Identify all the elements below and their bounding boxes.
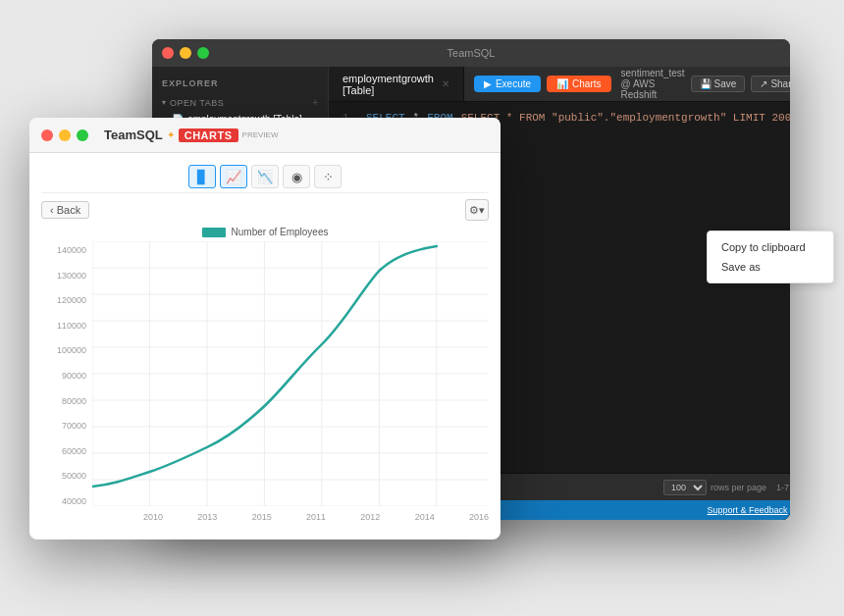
x-label-1: 2013 [197, 512, 217, 522]
charts-minimize-button[interactable] [59, 129, 71, 141]
close-button[interactable] [162, 47, 174, 59]
save-button[interactable]: 💾 Save [691, 76, 746, 92]
bar-chart-icon: ▊ [197, 170, 207, 184]
chart-svg [92, 241, 489, 506]
save-icon: 💾 [700, 78, 712, 89]
status-bar-links: Support & Feedback Account & Billing [707, 505, 790, 515]
main-titlebar: TeamSQL [152, 39, 790, 67]
tab-close-icon[interactable]: ✕ [442, 78, 449, 89]
area-chart-icon: 📉 [257, 170, 273, 184]
sidebar-section-open-tabs: ▾ OPEN TABS + [152, 94, 328, 111]
logo-star-icon: ✦ [167, 129, 175, 140]
x-label-6: 2016 [469, 512, 489, 522]
support-link[interactable]: Support & Feedback [707, 505, 787, 515]
y-label-3: 110000 [57, 321, 86, 331]
tab-label: employmentgrowth [Table] [343, 73, 434, 96]
chart-nav: ‹ Back ⚙ ▾ [41, 199, 489, 221]
y-label-1: 130000 [57, 271, 86, 281]
charts-maximize-button[interactable] [77, 129, 88, 141]
context-menu: Copy to clipboard Save as [707, 231, 834, 283]
tab-bar: employmentgrowth [Table] ✕ ▶ Execute 📊 C… [329, 67, 790, 102]
line-chart-button[interactable]: 📈 [220, 165, 247, 188]
back-button[interactable]: ‹ Back [41, 201, 89, 219]
charts-button[interactable]: 📊 Charts [547, 76, 610, 92]
charts-btn-icon: 📊 [556, 78, 568, 89]
query-table: SELECT * FROM "public"."employmentgrowth… [461, 112, 790, 124]
connection-badge: sentiment_test @ AWS Redshift [621, 68, 685, 100]
rows-control: 100 50 200 rows per page [663, 480, 766, 495]
bar-chart-button[interactable]: ▊ [188, 165, 216, 188]
chart-wrapper: 140000 130000 120000 110000 100000 90000… [41, 241, 489, 526]
teamsql-logo-text: TeamSQL [104, 128, 163, 142]
y-label-0: 140000 [57, 245, 86, 255]
share-icon: ↗ [760, 78, 767, 89]
x-label-4: 2012 [360, 512, 380, 522]
x-label-2: 2015 [252, 512, 272, 522]
legend-label: Number of Employees [232, 227, 329, 237]
legend-color-swatch [202, 228, 226, 237]
x-axis: 2010 2013 2015 2011 2012 2014 2016 [92, 512, 489, 522]
charts-logo: TeamSQL ✦ CHARTS PREVIEW [104, 128, 278, 142]
area-chart-button[interactable]: 📉 [251, 165, 279, 188]
chart-plot: 2010 2013 2015 2011 2012 2014 2016 [92, 241, 489, 526]
charts-body: ▊ 📈 📉 ◉ ⁘ ‹ Back ⚙ ▾ N [29, 153, 501, 539]
charts-traffic-lights [41, 129, 88, 141]
execute-label: Execute [496, 78, 531, 89]
x-label-0: 2010 [143, 512, 163, 522]
charts-titlebar: TeamSQL ✦ CHARTS PREVIEW [29, 118, 501, 153]
y-label-4: 100000 [57, 345, 86, 355]
window-title: TeamSQL [448, 47, 496, 59]
play-icon: ▶ [484, 78, 492, 89]
chevron-icon: ▾ [162, 98, 166, 107]
save-as-item[interactable]: Save as [708, 257, 833, 277]
y-label-9: 50000 [62, 471, 86, 481]
pie-chart-button[interactable]: ◉ [283, 165, 310, 188]
x-label-5: 2014 [415, 512, 435, 522]
rows-per-page-label: rows per page [711, 483, 766, 492]
y-label-2: 120000 [57, 295, 86, 305]
chart-type-toolbar: ▊ 📈 📉 ◉ ⁘ [41, 161, 489, 193]
y-label-8: 60000 [62, 446, 86, 456]
add-tab-icon[interactable]: + [312, 97, 318, 108]
settings-button[interactable]: ⚙ ▾ [465, 199, 489, 221]
rows-per-page-select[interactable]: 100 50 200 [663, 480, 707, 495]
gear-icon: ⚙ [469, 204, 479, 217]
explorer-header: EXPLORER [152, 75, 328, 92]
share-label: Share [770, 78, 790, 89]
charts-close-button[interactable] [41, 129, 53, 141]
minimize-button[interactable] [180, 47, 191, 59]
y-label-7: 70000 [62, 421, 86, 431]
execute-button[interactable]: ▶ Execute [474, 76, 541, 92]
result-info: 1-7 of 7 rows (2217 ms) [776, 483, 790, 492]
employment-tab[interactable]: employmentgrowth [Table] ✕ [329, 67, 464, 101]
tab-actions: ▶ Execute 📊 Charts [464, 67, 621, 101]
maximize-button[interactable] [197, 47, 209, 59]
traffic-lights [162, 47, 209, 59]
y-label-6: 80000 [62, 396, 86, 406]
charts-logo-text: CHARTS [179, 128, 238, 142]
x-label-3: 2011 [306, 512, 326, 522]
dropdown-arrow: ▾ [479, 204, 485, 217]
charts-btn-label: Charts [572, 78, 601, 89]
y-axis: 140000 130000 120000 110000 100000 90000… [41, 241, 92, 526]
tab-right-actions: sentiment_test @ AWS Redshift 💾 Save ↗ S… [621, 67, 790, 101]
share-button[interactable]: ↗ Share [751, 76, 790, 92]
scatter-chart-icon: ⁘ [323, 170, 334, 184]
charts-window: TeamSQL ✦ CHARTS PREVIEW ▊ 📈 📉 ◉ ⁘ [29, 118, 501, 539]
save-label: Save [714, 78, 737, 89]
y-label-10: 40000 [62, 496, 86, 506]
scatter-chart-button[interactable]: ⁘ [314, 165, 342, 188]
copy-to-clipboard-item[interactable]: Copy to clipboard [708, 237, 833, 257]
line-chart-icon: 📈 [226, 170, 241, 184]
open-tabs-label: OPEN TABS [170, 98, 224, 108]
preview-badge: PREVIEW [242, 130, 279, 139]
grid-lines [92, 241, 489, 506]
pie-chart-icon: ◉ [291, 170, 302, 184]
y-label-5: 90000 [62, 371, 86, 381]
chart-legend: Number of Employees [41, 227, 489, 237]
